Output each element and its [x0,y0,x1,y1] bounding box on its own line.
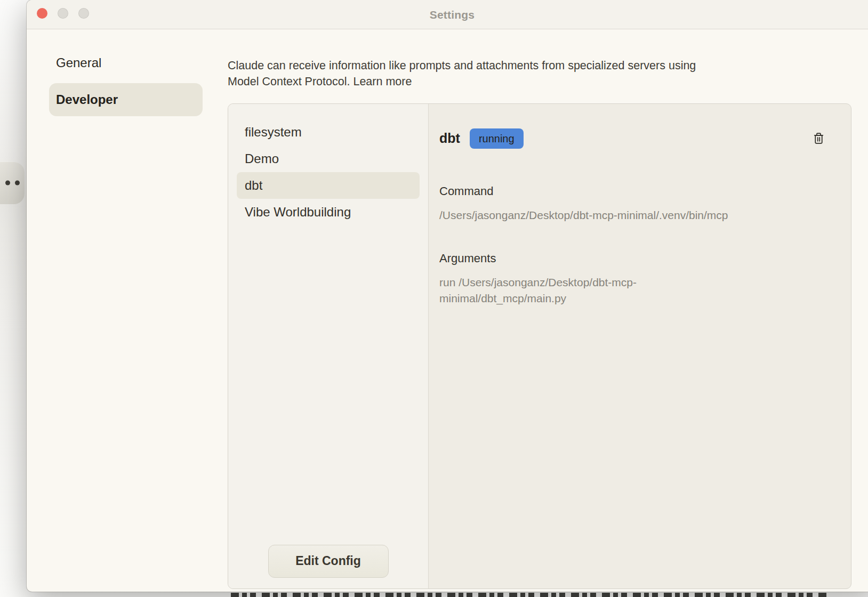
arguments-label: Arguments [439,252,830,265]
server-detail-header: dbt running [439,128,830,149]
developer-pane: Claude can receive information like prom… [228,30,868,592]
server-item-vibe-worldbuilding[interactable]: Vibe Worldbuilding [237,199,420,225]
description-line2-text: Model Context Protocol. [228,75,350,88]
server-detail: dbt running [429,104,851,588]
arguments-value: run /Users/jasonganz/Desktop/dbt-mcp-min… [439,275,717,306]
minimize-button[interactable] [58,8,68,19]
arguments-section: Arguments run /Users/jasonganz/Desktop/d… [439,252,830,306]
mcp-description: Claude can receive information like prom… [228,58,868,90]
dot-icon [15,181,20,185]
command-value: /Users/jasonganz/Desktop/dbt-mcp-minimal… [439,207,830,223]
background-clipped-text [231,593,829,597]
drag-handle-tab[interactable] [0,162,25,204]
edit-config-button[interactable]: Edit Config [268,545,389,578]
description-line1: Claude can receive information like prom… [228,58,868,74]
command-section: Command /Users/jasonganz/Desktop/dbt-mcp… [439,184,830,223]
settings-sidebar: GeneralDeveloper [27,30,228,592]
server-item-demo[interactable]: Demo [237,146,420,172]
desktop-background: { "titlebar": { "title": "Settings" }, "… [0,0,868,597]
description-line2: Model Context Protocol. Learn more [228,74,868,90]
settings-content: GeneralDeveloper Claude can receive info… [27,30,868,592]
close-button[interactable] [37,8,47,19]
server-item-filesystem[interactable]: filesystem [237,119,420,146]
server-item-dbt[interactable]: dbt [237,172,420,199]
window-titlebar[interactable]: Settings [27,0,868,29]
status-badge: running [470,128,524,149]
delete-server-button[interactable] [811,130,826,147]
trash-icon [812,131,825,146]
server-list: filesystemDemodbtVibe Worldbuilding Edit… [228,104,429,588]
zoom-button[interactable] [78,8,89,19]
dot-icon [5,181,10,185]
learn-more-link[interactable]: Learn more [353,75,412,88]
ellipsis-dots-icon [5,181,20,185]
window-title: Settings [27,0,868,29]
traffic-lights [37,8,89,19]
sidebar-item-general[interactable]: General [49,46,203,79]
server-name: dbt [439,131,460,146]
sidebar-item-developer[interactable]: Developer [49,83,203,116]
settings-window: Settings GeneralDeveloper Claude can rec… [27,0,868,592]
mcp-servers-panel: filesystemDemodbtVibe Worldbuilding Edit… [228,103,851,589]
command-label: Command [439,184,830,198]
